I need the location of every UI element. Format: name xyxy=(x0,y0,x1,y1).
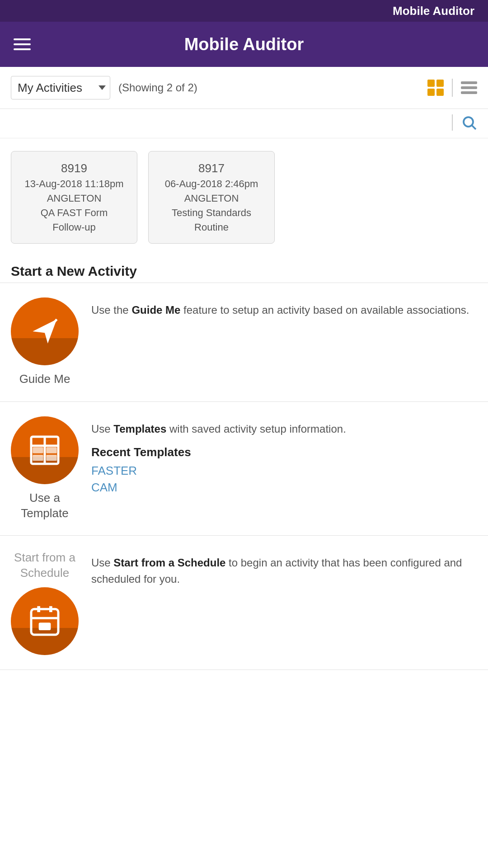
card-id: 8917 xyxy=(198,161,225,175)
filter-bar-icons xyxy=(427,79,477,97)
schedule-label-top: Start from aSchedule xyxy=(14,550,75,581)
template-description: Use Templates with saved activity setup … xyxy=(91,421,477,437)
svg-point-0 xyxy=(464,117,473,127)
card-type: Follow-up xyxy=(52,222,95,233)
list-view-icon[interactable] xyxy=(461,81,477,94)
filter-select-wrapper: My Activities All Activities xyxy=(11,76,110,99)
use-template-label: Use aTemplate xyxy=(21,491,69,521)
use-template-row: Use aTemplate Use Templates with saved a… xyxy=(0,402,488,536)
card-location: ANGLETON xyxy=(47,193,102,204)
guide-me-bold: Guide Me xyxy=(131,304,180,316)
schedule-icon-col: Start from aSchedule xyxy=(11,550,79,655)
guide-me-button[interactable] xyxy=(11,297,79,365)
activities-filter-select[interactable]: My Activities All Activities xyxy=(11,76,110,99)
schedule-description: Use Start from a Schedule to begin an ac… xyxy=(91,555,477,587)
card-form: Testing Standards xyxy=(172,207,251,219)
guide-me-row: Guide Me Use the Guide Me feature to set… xyxy=(0,283,488,402)
svg-rect-10 xyxy=(46,455,56,461)
recent-templates-section: Recent Templates FASTER CAM xyxy=(91,445,477,495)
recent-templates-title: Recent Templates xyxy=(91,445,477,459)
header-title: Mobile Auditor xyxy=(184,35,304,54)
status-bar: Mobile Auditor xyxy=(0,0,488,22)
filter-count: (Showing 2 of 2) xyxy=(118,81,197,94)
search-icon[interactable] xyxy=(461,114,477,132)
hamburger-icon[interactable] xyxy=(14,38,31,50)
card-location: ANGLETON xyxy=(184,193,239,204)
activity-card-8919[interactable]: 8919 13-Aug-2018 11:18pm ANGLETON QA FAS… xyxy=(11,151,137,244)
template-icon-col: Use aTemplate xyxy=(11,416,79,521)
grid-view-icon[interactable] xyxy=(427,80,444,96)
guide-me-content: Use the Guide Me feature to setup an act… xyxy=(91,297,477,318)
schedule-bold: Start from a Schedule xyxy=(113,557,225,569)
activity-card-8917[interactable]: 8917 06-Aug-2018 2:46pm ANGLETON Testing… xyxy=(148,151,275,244)
svg-rect-7 xyxy=(33,447,43,453)
template-link-cam[interactable]: CAM xyxy=(91,481,477,495)
view-divider xyxy=(452,79,453,97)
svg-rect-8 xyxy=(46,447,56,453)
status-bar-title: Mobile Auditor xyxy=(393,4,474,18)
guide-me-description: Use the Guide Me feature to setup an act… xyxy=(91,302,477,318)
card-form: QA FAST Form xyxy=(41,207,108,219)
schedule-button[interactable] xyxy=(11,587,79,655)
activity-cards-area: 8919 13-Aug-2018 11:18pm ANGLETON QA FAS… xyxy=(0,138,488,256)
svg-rect-11 xyxy=(31,609,58,635)
header: Mobile Auditor xyxy=(0,22,488,67)
schedule-content: Use Start from a Schedule to begin an ac… xyxy=(91,550,477,587)
search-bar-divider xyxy=(452,114,453,131)
card-date: 06-Aug-2018 2:46pm xyxy=(165,178,258,190)
guide-me-icon-col: Guide Me xyxy=(11,297,79,387)
svg-rect-15 xyxy=(39,623,51,630)
card-type: Routine xyxy=(194,222,229,233)
card-id: 8919 xyxy=(61,161,87,175)
template-content: Use Templates with saved activity setup … xyxy=(91,416,477,497)
new-activity-section-title: Start a New Activity xyxy=(0,256,488,283)
guide-me-label: Guide Me xyxy=(19,372,70,387)
filter-bar: My Activities All Activities (Showing 2 … xyxy=(0,67,488,109)
template-link-faster[interactable]: FASTER xyxy=(91,464,477,478)
svg-rect-9 xyxy=(33,455,43,461)
templates-bold: Templates xyxy=(113,423,166,435)
card-date: 13-Aug-2018 11:18pm xyxy=(25,178,124,190)
svg-line-1 xyxy=(472,126,476,129)
use-template-button[interactable] xyxy=(11,416,79,484)
search-bar xyxy=(0,109,488,138)
schedule-row: Start from aSchedule Use Start from a Sc… xyxy=(0,536,488,670)
